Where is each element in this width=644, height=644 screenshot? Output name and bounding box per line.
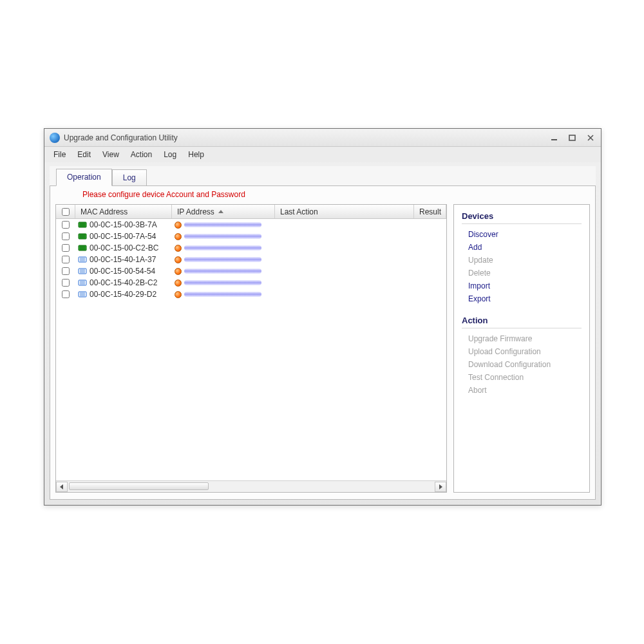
table-row[interactable]: 00-0C-15-40-2B-C2: [56, 277, 446, 289]
status-dot-icon: [175, 291, 182, 298]
cell-mac: 00-0C-15-00-54-54: [75, 267, 172, 276]
device-green-icon: [78, 244, 87, 252]
cell-ip: [172, 256, 275, 263]
row-checkbox-cell: [56, 265, 75, 277]
column-ip-label: IP Address: [177, 207, 214, 216]
devices-item-delete: Delete: [462, 267, 582, 279]
app-icon: [50, 133, 60, 143]
table-row[interactable]: 00-0C-15-40-1A-37: [56, 254, 446, 265]
ip-redacted: [184, 269, 261, 274]
maximize-button[interactable]: [566, 133, 579, 143]
cell-mac: 00-0C-15-00-7A-54: [75, 232, 172, 241]
action-heading: Action: [462, 316, 582, 328]
cell-mac: 00-0C-15-00-3B-7A: [75, 220, 172, 229]
scroll-thumb[interactable]: [69, 482, 209, 490]
mac-address: 00-0C-15-40-1A-37: [90, 255, 156, 264]
scroll-right-button[interactable]: [435, 482, 446, 492]
menu-edit[interactable]: Edit: [72, 148, 96, 161]
cell-ip: [172, 222, 275, 229]
column-ip[interactable]: IP Address: [172, 205, 275, 218]
table-row[interactable]: 00-0C-15-00-3B-7A: [56, 219, 446, 231]
column-last-action[interactable]: Last Action: [275, 205, 414, 218]
status-dot-icon: [175, 245, 182, 252]
action-item-upload-configuration: Upload Configuration: [462, 345, 582, 358]
ip-redacted: [184, 292, 261, 297]
status-dot-icon: [175, 279, 182, 287]
mac-address: 00-0C-15-00-C2-BC: [90, 243, 158, 252]
svg-rect-1: [569, 135, 575, 140]
row-checkbox[interactable]: [62, 256, 70, 263]
action-item-upgrade-firmware: Upgrade Firmware: [462, 332, 582, 345]
table-row[interactable]: 00-0C-15-00-7A-54: [56, 231, 446, 242]
row-checkbox-cell: [56, 277, 75, 289]
cell-ip: [172, 291, 275, 298]
row-checkbox[interactable]: [62, 267, 70, 275]
cell-mac: 00-0C-15-40-2B-C2: [75, 278, 172, 287]
device-blue-icon: [78, 290, 87, 298]
row-checkbox[interactable]: [62, 244, 70, 252]
status-dot-icon: [175, 233, 182, 240]
action-item-download-configuration: Download Configuration: [462, 358, 582, 371]
mac-address: 00-0C-15-00-3B-7A: [90, 220, 157, 229]
side-panel: Devices DiscoverAddUpdateDeleteImportExp…: [453, 204, 590, 493]
device-blue-icon: [78, 256, 87, 263]
table-row[interactable]: 00-0C-15-00-C2-BC: [56, 242, 446, 254]
menubar: File Edit View Action Log Help: [44, 147, 601, 162]
row-checkbox-cell: [56, 254, 75, 265]
grid-body: 00-0C-15-00-3B-7A 00-0C-15-00-7A-54: [56, 219, 446, 480]
status-dot-icon: [175, 268, 182, 275]
devices-item-add[interactable]: Add: [462, 241, 582, 254]
scroll-left-button[interactable]: [56, 482, 68, 492]
row-checkbox-cell: [56, 242, 75, 254]
cell-ip: [172, 245, 275, 252]
grid-header: MAC Address IP Address Last Action Resul…: [56, 205, 446, 219]
cell-ip: [172, 268, 275, 275]
device-blue-icon: [78, 267, 87, 275]
mac-address: 00-0C-15-00-7A-54: [90, 232, 156, 241]
table-row[interactable]: 00-0C-15-40-29-D2: [56, 289, 446, 300]
minimize-button[interactable]: [548, 133, 561, 143]
row-checkbox[interactable]: [62, 232, 70, 240]
devices-item-import[interactable]: Import: [462, 279, 582, 292]
devices-item-export[interactable]: Export: [462, 292, 582, 305]
select-all-checkbox[interactable]: [62, 208, 70, 216]
device-green-icon: [78, 232, 87, 240]
ip-redacted: [184, 222, 261, 227]
status-dot-icon: [175, 256, 182, 263]
mac-address: 00-0C-15-40-29-D2: [90, 290, 156, 299]
menu-log[interactable]: Log: [158, 148, 182, 161]
close-button[interactable]: [584, 133, 597, 143]
app-window: Upgrade and Configuration Utility File E…: [44, 128, 601, 506]
row-checkbox[interactable]: [62, 279, 70, 287]
client-area: Operation Log Please configure device Ac…: [50, 166, 596, 500]
header-checkbox-cell: [56, 205, 75, 218]
device-blue-icon: [78, 279, 87, 287]
menu-file[interactable]: File: [48, 148, 71, 161]
status-dot-icon: [175, 222, 182, 229]
row-checkbox-cell: [56, 289, 75, 300]
devices-item-discover[interactable]: Discover: [462, 228, 582, 241]
column-result[interactable]: Result: [414, 205, 446, 218]
column-mac[interactable]: MAC Address: [75, 205, 172, 218]
cell-mac: 00-0C-15-40-1A-37: [75, 255, 172, 264]
menu-help[interactable]: Help: [183, 148, 209, 161]
table-row[interactable]: 00-0C-15-00-54-54: [56, 265, 446, 277]
menu-action[interactable]: Action: [126, 148, 157, 161]
ip-redacted: [184, 234, 261, 239]
mac-address: 00-0C-15-40-2B-C2: [90, 278, 157, 287]
tabpanel-operation: Please configure device Account and Pass…: [50, 185, 596, 500]
configure-warning: Please configure device Account and Pass…: [50, 186, 595, 202]
devices-heading: Devices: [462, 211, 582, 224]
tab-operation[interactable]: Operation: [56, 169, 112, 186]
devices-item-update: Update: [462, 254, 582, 267]
titlebar[interactable]: Upgrade and Configuration Utility: [44, 129, 601, 147]
cell-mac: 00-0C-15-40-29-D2: [75, 290, 172, 299]
tab-log[interactable]: Log: [112, 169, 147, 186]
horizontal-scrollbar[interactable]: [56, 480, 446, 492]
row-checkbox[interactable]: [62, 290, 70, 298]
row-checkbox[interactable]: [62, 221, 70, 229]
menu-view[interactable]: View: [97, 148, 124, 161]
sort-ascending-icon: [218, 210, 223, 213]
scroll-track[interactable]: [68, 482, 435, 492]
cell-mac: 00-0C-15-00-C2-BC: [75, 243, 172, 252]
